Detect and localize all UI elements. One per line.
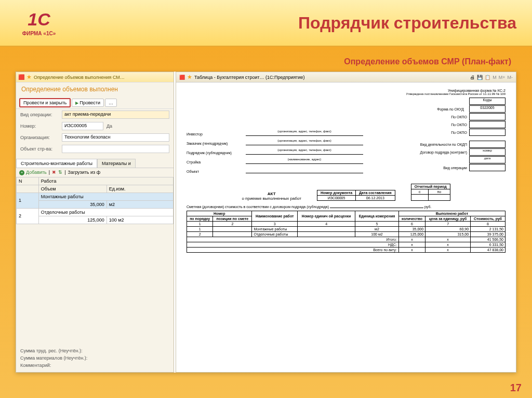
- delete-icon[interactable]: ✖: [52, 170, 56, 175]
- table-row: 1Монтажные работым235,00060,902 131,50: [187, 227, 506, 232]
- tabs: Строительно-монтажные работы Материалы и: [16, 159, 174, 168]
- period-table: Отчетный период спо: [411, 184, 450, 201]
- number-label: Номер:: [20, 123, 62, 129]
- header-band: 1С ФИРМА «1С» Подрядчик строительства: [0, 0, 532, 47]
- th-n: N: [17, 177, 39, 185]
- report-titlebar: 🟥 ★ Таблица - Бухгалтерия строит… (1С:Пр…: [176, 72, 516, 83]
- calc-icon[interactable]: 📋: [485, 75, 490, 80]
- table-toolbar: Добавить | ✖ ⇅ | Загрузить из ф: [16, 168, 174, 177]
- table-row: 125,000 100 м2: [17, 216, 174, 224]
- save-icon[interactable]: 💾: [477, 75, 483, 80]
- cost-line: Сметная (договорная) стоимость в соответ…: [187, 205, 506, 209]
- field-number: Номер: ИЗС00005 Да: [16, 120, 174, 132]
- kod-header: Коды: [469, 98, 506, 105]
- akt-subtitle: о приемке выполненных работ: [242, 196, 301, 201]
- content-area: 🟥 ★ Определение объемов выполнения СМ… О…: [16, 72, 516, 373]
- post-button[interactable]: Провести: [72, 99, 104, 107]
- object-value[interactable]: [62, 145, 169, 153]
- page-number: 17: [510, 382, 522, 394]
- logo-caption: ФИРМА «1С»: [22, 31, 56, 36]
- print-icon[interactable]: 🖨: [470, 75, 475, 80]
- form-heading: Определение объемов выполнен: [16, 83, 174, 97]
- comment-label: Комментарий:: [20, 362, 169, 369]
- contractor-label: Подрядчик (субподрядчик): [187, 151, 244, 155]
- date-label: Да: [107, 123, 117, 129]
- contract-label: Договор подряда (контракт): [420, 150, 467, 154]
- okpo-label3: По ОКПО: [451, 131, 467, 134]
- operation-value[interactable]: акт приема-передачи: [62, 111, 169, 119]
- form-titlebar: 🟥 ★ Определение объемов выполнения СМ…: [16, 72, 174, 83]
- th-volume: Объем: [38, 185, 107, 193]
- m-plus-icon[interactable]: M+: [499, 75, 506, 80]
- customer-label: Заказчик (генподрядчик): [187, 142, 244, 145]
- okpo-label2: По ОКПО: [451, 123, 467, 127]
- org-value[interactable]: Технологии безопасн: [62, 133, 169, 142]
- akt-block: АКТ о приемке выполненных работ Номер до…: [187, 184, 506, 201]
- okdp-label: Вид деятельности по ОКДП: [420, 143, 467, 146]
- logo-mark: 1С: [28, 9, 50, 30]
- op-type-label: Вид операции: [443, 166, 467, 170]
- okpo-box: [469, 113, 506, 120]
- org-label: Организация:: [20, 135, 62, 140]
- doc-num-table: Номер документаДата составления ИЗС00005…: [317, 190, 395, 201]
- toolbar-sep: |: [49, 170, 50, 175]
- app-icon: 🟥: [179, 75, 185, 80]
- th-unit: Ед.изм.: [107, 185, 173, 193]
- approved-note: Утверждена постановлением Госкомстата Ро…: [406, 92, 506, 95]
- m-minus-icon[interactable]: M-: [508, 75, 513, 80]
- toolbar-sep2: |: [64, 170, 65, 175]
- report-body: Унифицированная форма № КС-2 Утверждена …: [176, 83, 516, 259]
- page-title: Подрядчик строительства: [62, 13, 516, 33]
- investor-label: Инвестор: [187, 132, 244, 136]
- table-row: 2 Отделочные работы: [17, 208, 174, 216]
- contract-num: номер: [469, 148, 506, 156]
- report-window: 🟥 ★ Таблица - Бухгалтерия строит… (1С:Пр…: [176, 72, 516, 373]
- report-title-text: Таблица - Бухгалтерия строит… (1С:Предпр…: [194, 75, 305, 80]
- field-organization: Организация: Технологии безопасн: [16, 132, 174, 143]
- add-button[interactable]: Добавить: [19, 170, 47, 175]
- m-icon[interactable]: M: [493, 75, 497, 80]
- form-toolbar: Провести и закрыть Провести …: [16, 97, 174, 109]
- object-label: Объект стр-ва:: [20, 146, 62, 152]
- post-and-close-button[interactable]: Провести и закрыть: [19, 98, 71, 107]
- tab-materials[interactable]: Материалы и: [97, 159, 136, 168]
- operation-label: Вид операции:: [20, 112, 62, 117]
- akt-title: АКТ: [242, 191, 301, 196]
- star-icon[interactable]: ★: [187, 74, 192, 80]
- form-titlebar-text: Определение объемов выполнения СМ…: [34, 75, 125, 80]
- works-table[interactable]: N Работа Объем Ед.изм. 1 Монтажные работ…: [16, 177, 174, 224]
- okud-value: 0322005: [469, 105, 506, 113]
- form-window: 🟥 ★ Определение объемов выполнения СМ… О…: [16, 72, 174, 373]
- field-operation-type: Вид операции: акт приема-передачи: [16, 109, 174, 120]
- subtitle: Определение объемов СМР (План-факт): [0, 47, 532, 72]
- app-icon: 🟥: [18, 74, 24, 80]
- load-button[interactable]: Загрузить из ф: [68, 170, 100, 175]
- object-label: Объект: [187, 170, 244, 173]
- building-label: Стройка: [187, 160, 244, 164]
- more-button[interactable]: …: [105, 99, 117, 107]
- table-row: 35,000 м2: [17, 200, 174, 208]
- field-object: Объект стр-ва:: [16, 143, 174, 155]
- th-work: Работа: [38, 177, 173, 185]
- contract-date: дата: [469, 156, 506, 163]
- tab-works[interactable]: Строительно-монтажные работы: [16, 159, 97, 168]
- main-table: Номер Наименование работ Номер единич ой…: [187, 211, 506, 253]
- table-row: 1 Монтажные работы: [17, 193, 174, 200]
- star-icon[interactable]: ★: [26, 74, 32, 80]
- materials-sum: Сумма материалов (Неучтён.):: [20, 354, 169, 362]
- okpo-label: По ОКПО: [451, 115, 467, 119]
- copy-icon[interactable]: ⇅: [58, 170, 62, 175]
- logo-1c: 1С ФИРМА «1С»: [16, 5, 62, 41]
- table-row: 2Отделочные работы100 м2125,000315,0039 …: [187, 232, 506, 237]
- labor-sum: Сумма труд. рес. (Неучтён.):: [20, 347, 169, 354]
- okud-label: Форма по ОКУД: [437, 107, 464, 111]
- form-footer: Сумма труд. рес. (Неучтён.): Сумма матер…: [20, 347, 169, 369]
- form-note: Унифицированная форма № КС-2: [406, 89, 506, 92]
- number-value[interactable]: ИЗС00005: [62, 122, 103, 130]
- left-meta: Инвестор(организация, адрес, телефон, фа…: [187, 130, 363, 173]
